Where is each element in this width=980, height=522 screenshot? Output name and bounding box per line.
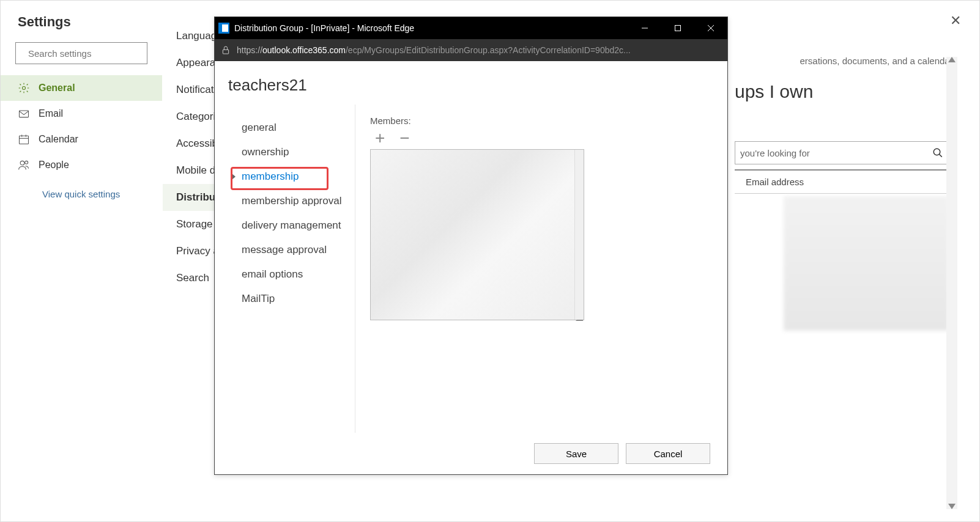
people-icon: [18, 159, 30, 171]
tab-email-options[interactable]: email options: [225, 262, 355, 287]
url-scheme: https://: [237, 45, 262, 55]
nav-label: General: [39, 83, 75, 94]
members-list[interactable]: [370, 149, 584, 320]
scrollbar[interactable]: [946, 57, 957, 509]
svg-line-11: [939, 154, 942, 157]
nav-label: People: [39, 160, 69, 171]
outlook-icon: [218, 23, 229, 34]
svg-rect-3: [20, 111, 29, 117]
view-quick-settings-link[interactable]: View quick settings: [1, 178, 162, 199]
groups-i-own-heading: ups I own: [735, 81, 813, 102]
membership-pane: Members: + −: [355, 105, 727, 433]
table-header: Email address: [735, 169, 949, 194]
svg-point-2: [23, 87, 26, 90]
blurred-content: [784, 196, 949, 331]
svg-point-8: [20, 161, 24, 165]
tab-general[interactable]: general: [225, 116, 355, 140]
tab-delivery-management[interactable]: delivery management: [225, 213, 355, 238]
svg-rect-13: [675, 26, 681, 31]
settings-sidebar: Settings General Email Calendar People: [1, 1, 163, 521]
panel-description-fragment: ersations, documents, and a calendar.: [800, 56, 956, 66]
nav-general[interactable]: General: [1, 75, 162, 101]
lock-icon: [221, 45, 231, 55]
add-member-button[interactable]: +: [375, 132, 385, 144]
search-icon[interactable]: [932, 147, 943, 158]
page-title: Settings: [1, 14, 162, 30]
url-host: outlook.office365.com: [262, 45, 346, 55]
tab-membership[interactable]: membership: [225, 164, 355, 189]
maximize-button[interactable]: [661, 17, 694, 39]
mail-icon: [18, 108, 30, 120]
search-settings-box[interactable]: [15, 42, 147, 64]
save-button[interactable]: Save: [534, 443, 618, 464]
edit-distribution-group-window: Distribution Group - [InPrivate] - Micro…: [214, 17, 728, 475]
address-bar[interactable]: https://outlook.office365.com/ecp/MyGrou…: [215, 39, 727, 61]
group-search-box[interactable]: you're looking for: [735, 141, 949, 164]
cancel-button[interactable]: Cancel: [626, 443, 710, 464]
svg-point-9: [25, 161, 28, 164]
tab-message-approval[interactable]: message approval: [225, 238, 355, 262]
popup-side-nav: general ownership membership membership …: [215, 105, 355, 433]
members-label: Members:: [370, 116, 713, 126]
search-placeholder-fragment: you're looking for: [740, 148, 810, 158]
nav-people[interactable]: People: [1, 152, 162, 178]
close-icon[interactable]: ✕: [950, 13, 961, 29]
calendar-icon: [18, 133, 30, 145]
svg-rect-4: [20, 136, 29, 144]
scrollbar-thumb[interactable]: [576, 151, 583, 224]
remove-member-button[interactable]: −: [399, 132, 409, 144]
tab-mailtip[interactable]: MailTip: [225, 287, 355, 311]
gear-icon: [18, 82, 30, 94]
tab-ownership[interactable]: ownership: [225, 140, 355, 164]
svg-point-10: [934, 149, 940, 155]
tab-membership-approval[interactable]: membership approval: [225, 189, 355, 213]
nav-email[interactable]: Email: [1, 101, 162, 127]
minimize-button[interactable]: [628, 17, 661, 39]
resize-handle[interactable]: [576, 314, 583, 321]
svg-rect-16: [223, 50, 228, 54]
group-title: teachers21: [215, 61, 727, 105]
window-title: Distribution Group - [InPrivate] - Micro…: [234, 23, 628, 33]
column-email: Email address: [746, 177, 804, 187]
close-button[interactable]: [694, 17, 727, 39]
url-path: /ecp/MyGroups/EditDistributionGroup.aspx…: [346, 45, 631, 55]
nav-calendar[interactable]: Calendar: [1, 127, 162, 152]
search-input[interactable]: [28, 48, 144, 59]
window-titlebar[interactable]: Distribution Group - [InPrivate] - Micro…: [215, 17, 727, 39]
nav-label: Email: [39, 108, 63, 119]
nav-label: Calendar: [39, 134, 78, 145]
